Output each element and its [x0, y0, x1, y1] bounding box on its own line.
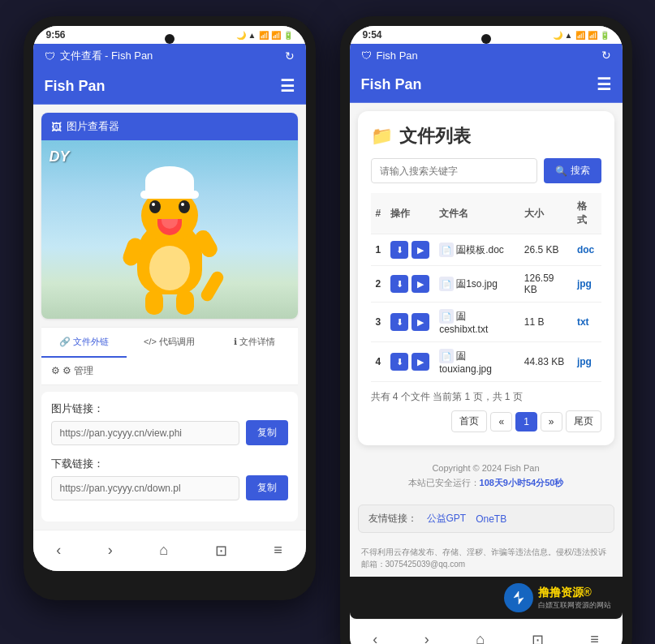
file-icon-1: 📄: [439, 277, 454, 291]
download-btn-2[interactable]: ⬇: [390, 313, 408, 331]
title-bar-left-2: 🛡 Fish Pan: [361, 49, 418, 62]
nav-home-2[interactable]: ⌂: [469, 628, 491, 644]
first-page-btn[interactable]: 首页: [451, 410, 487, 432]
refresh-icon-1[interactable]: ↻: [285, 49, 295, 62]
table-row: 2 ⬇ ▶ 📄圔1so.jpg 126.59 KB jpg: [371, 266, 601, 303]
file-table: # 操作 文件名 大小 格式 1 ⬇ ▶: [371, 193, 601, 382]
play-btn-0[interactable]: ▶: [412, 241, 429, 259]
cell-name-1: 📄圔1so.jpg: [434, 266, 519, 303]
form-group-image-link: 图片链接： 复制: [51, 401, 288, 445]
copyright-text: Copyright © 2024 Fish Pan 本站已安全运行：108天9小…: [361, 462, 611, 490]
shield-icon-2: 🛡: [361, 49, 372, 62]
file-list-title: 📁 文件列表: [371, 124, 601, 148]
nav-home-1[interactable]: ⌂: [153, 539, 175, 563]
tab-code[interactable]: </> 代码调用: [127, 328, 212, 358]
creature-leg-left: [145, 290, 163, 315]
app-title-1: Fish Pan: [45, 78, 106, 95]
nav-recents-2[interactable]: ⊡: [525, 628, 550, 644]
bottom-nav-1: ‹ › ⌂ ⊡ ≡: [33, 530, 306, 571]
creature-arm-right: [192, 227, 220, 260]
dy-watermark: DY: [50, 148, 70, 165]
play-btn-3[interactable]: ▶: [412, 353, 429, 371]
current-page-btn[interactable]: 1: [515, 412, 537, 431]
nav-back-1[interactable]: ‹: [50, 539, 67, 563]
cell-size-0: 26.5 KB: [519, 234, 572, 266]
pagination: 首页 « 1 » 尾页: [371, 410, 601, 432]
file-list-card: 📁 文件列表 🔍 搜索 #: [358, 111, 614, 445]
cell-size-3: 44.83 KB: [519, 342, 572, 382]
search-label: 搜索: [571, 164, 590, 178]
file-list-icon: 📁: [371, 126, 393, 147]
image-link-input[interactable]: [51, 421, 239, 445]
play-btn-2[interactable]: ▶: [412, 313, 429, 331]
nav-menu-1[interactable]: ≡: [267, 539, 289, 563]
search-button[interactable]: 🔍 搜索: [544, 158, 601, 183]
image-link-row: 复制: [51, 420, 288, 445]
runtime-value: 108天9小时54分50秒: [480, 478, 564, 487]
cell-action-3: ⬇ ▶: [386, 342, 434, 382]
creature-mouth: [157, 219, 182, 235]
last-page-btn[interactable]: 尾页: [566, 410, 601, 432]
download-btn-0[interactable]: ⬇: [390, 241, 408, 259]
cell-name-2: 📄圔ceshibxt.txt: [434, 303, 519, 342]
image-link-label: 图片链接：: [51, 401, 288, 416]
prev-page-btn[interactable]: «: [490, 412, 512, 431]
time-2: 9:54: [363, 29, 382, 41]
title-bar-text-2: Fish Pan: [377, 49, 418, 62]
download-btn-1[interactable]: ⬇: [390, 275, 408, 293]
next-page-btn[interactable]: »: [541, 412, 562, 431]
creature-eye-right: [179, 200, 190, 213]
download-btn-3[interactable]: ⬇: [390, 353, 408, 371]
nav-recents-1[interactable]: ⊡: [209, 539, 234, 563]
cell-name-3: 📄圔touxiang.jpg: [434, 342, 519, 382]
action-btns-1: ⬇ ▶: [390, 275, 429, 293]
creature-leg-right: [176, 290, 194, 315]
refresh-icon-2[interactable]: ↻: [601, 49, 611, 62]
content-1: 🖼 图片查看器 DY: [33, 105, 306, 530]
action-btns-0: ⬇ ▶: [390, 241, 429, 259]
shield-icon-1: 🛡: [45, 50, 55, 62]
watermark-text-area: 撸撸资源® 白嫖互联网资源的网站: [538, 586, 611, 611]
image-link-copy-button[interactable]: 复制: [246, 420, 288, 445]
action-btns-2: ⬇ ▶: [390, 313, 429, 331]
search-icon: 🔍: [555, 165, 567, 177]
table-header-row: # 操作 文件名 大小 格式: [371, 193, 601, 234]
hamburger-2[interactable]: ☰: [597, 75, 611, 94]
watermark-area: 撸撸资源® 白嫖互联网资源的网站: [350, 577, 623, 619]
hamburger-1[interactable]: ☰: [280, 76, 295, 96]
download-link-copy-button[interactable]: 复制: [246, 475, 288, 500]
manage-label: ⚙ 管理: [62, 365, 93, 376]
col-filename: 文件名: [434, 193, 519, 234]
tabs-section: 🔗 文件外链 </> 代码调用 ℹ 文件详情: [41, 327, 298, 358]
form-section: 图片链接： 复制 下载链接： 复制: [41, 392, 298, 522]
link-onetb[interactable]: OneTB: [476, 513, 506, 525]
copyright-label: Copyright © 2024 Fish Pan: [432, 463, 539, 473]
download-link-label: 下载链接：: [51, 457, 288, 471]
cell-size-1: 126.59 KB: [519, 266, 572, 303]
nav-forward-1[interactable]: ›: [101, 539, 119, 563]
cell-format-2: txt: [572, 303, 601, 342]
table-row: 1 ⬇ ▶ 📄圔模板.doc 26.5 KB doc: [371, 234, 601, 266]
app-title-2: Fish Pan: [361, 76, 422, 93]
tab-file-detail[interactable]: ℹ 文件详情: [212, 328, 297, 358]
play-btn-1[interactable]: ▶: [412, 275, 429, 293]
search-input[interactable]: [371, 158, 537, 183]
link-gpt[interactable]: 公益GPT: [427, 512, 467, 526]
nav-forward-2[interactable]: ›: [418, 628, 436, 644]
image-viewer-label: 图片查看器: [67, 119, 119, 134]
status-icons-1: 🌙 ▲ 📶 📶 🔋: [236, 31, 293, 40]
watermark-svg: [510, 589, 528, 607]
download-link-input[interactable]: [51, 476, 239, 500]
creature-arm-left: [120, 236, 145, 268]
title-bar-left-1: 🛡 文件查看 - Fish Pan: [45, 49, 153, 63]
nav-menu-2[interactable]: ≡: [584, 628, 605, 644]
pokemon-scene: DY: [41, 140, 298, 319]
nav-back-2[interactable]: ‹: [366, 628, 384, 644]
bottom-nav-2: ‹ › ⌂ ⊡ ≡: [350, 619, 623, 644]
eye-shine-left: [152, 203, 155, 206]
tab-file-link[interactable]: 🔗 文件外链: [41, 328, 127, 358]
col-action: 操作: [386, 193, 434, 234]
image-container: DY: [41, 140, 298, 319]
app-bar-2: Fish Pan ☰: [350, 67, 623, 103]
cell-name-0: 📄圔模板.doc: [434, 234, 519, 266]
